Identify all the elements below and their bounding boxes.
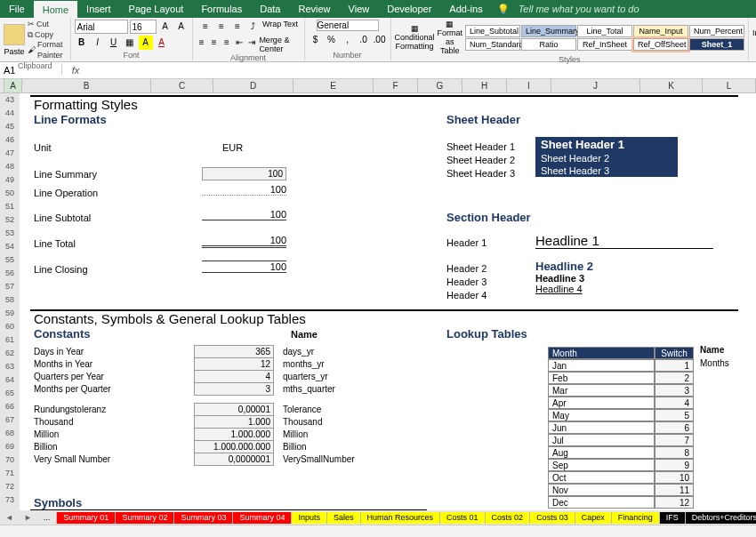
- format-painter-button[interactable]: 🖌Format Painter: [28, 40, 67, 60]
- fx-icon[interactable]: fx: [62, 65, 89, 76]
- row-header[interactable]: 61: [0, 333, 20, 347]
- tab-nav-next[interactable]: ►: [19, 513, 37, 522]
- style-item[interactable]: Num_Percent: [689, 25, 744, 37]
- tab-file[interactable]: File: [0, 0, 34, 18]
- align-right-button[interactable]: ≡: [221, 36, 232, 50]
- sheet-tab[interactable]: Debtors+Creditors: [686, 512, 756, 524]
- inc-decimal-button[interactable]: .0: [357, 33, 371, 47]
- style-item[interactable]: Num_Standard: [465, 38, 520, 51]
- merge-center-button[interactable]: Merge & Center: [259, 36, 300, 53]
- column-header[interactable]: K: [640, 79, 703, 92]
- sheet-tab[interactable]: Costs 01: [440, 512, 486, 524]
- column-header[interactable]: A: [4, 79, 22, 92]
- sheet-tab[interactable]: ...: [37, 512, 58, 524]
- row-header[interactable]: 66: [0, 400, 20, 413]
- dec-decimal-button[interactable]: .00: [373, 33, 387, 47]
- column-header[interactable]: C: [151, 79, 213, 92]
- tab-home[interactable]: Home: [34, 0, 77, 18]
- percent-button[interactable]: %: [325, 33, 339, 47]
- font-name-select[interactable]: [75, 20, 128, 34]
- style-item[interactable]: Sheet_1: [689, 38, 744, 51]
- sheet-tab[interactable]: Costs 03: [530, 512, 575, 524]
- row-header[interactable]: 52: [0, 213, 20, 227]
- column-header[interactable]: L: [703, 79, 756, 92]
- sheet-tab[interactable]: Summary 04: [233, 512, 292, 524]
- style-item[interactable]: Ratio: [521, 38, 576, 51]
- row-header[interactable]: 69: [0, 440, 20, 453]
- name-box[interactable]: A1: [0, 65, 62, 76]
- align-left-button[interactable]: ≡: [197, 36, 207, 50]
- tab-view[interactable]: View: [340, 0, 379, 18]
- row-header[interactable]: 49: [0, 173, 20, 187]
- underline-button[interactable]: U: [107, 36, 121, 50]
- wrap-text-button[interactable]: Wrap Text: [262, 20, 298, 34]
- tab-insert[interactable]: Insert: [77, 0, 120, 18]
- row-header[interactable]: 63: [0, 360, 20, 373]
- row-header[interactable]: 68: [0, 427, 20, 440]
- cell-styles-gallery[interactable]: Line_Subtotal Line_Summary Line_Total Na…: [465, 25, 744, 51]
- style-item[interactable]: Ref_OffSheet: [633, 38, 688, 51]
- column-header[interactable]: G: [418, 79, 462, 92]
- fill-color-button[interactable]: A: [139, 36, 153, 50]
- decrease-font-button[interactable]: A: [174, 20, 189, 34]
- row-header[interactable]: 54: [0, 240, 20, 253]
- row-header[interactable]: 58: [0, 293, 20, 307]
- sheet-tab[interactable]: IFS: [660, 512, 686, 524]
- align-bot-button[interactable]: ≡: [230, 20, 245, 34]
- sheet-tab[interactable]: Sales: [327, 512, 361, 524]
- column-header[interactable]: I: [507, 79, 551, 92]
- row-header[interactable]: 44: [0, 107, 20, 120]
- row-header[interactable]: 62: [0, 347, 20, 360]
- row-header[interactable]: 60: [0, 320, 20, 333]
- tab-nav-prev[interactable]: ◄: [0, 513, 19, 522]
- sheet-tab[interactable]: Summary 02: [116, 512, 174, 524]
- row-header[interactable]: 45: [0, 120, 20, 133]
- row-header[interactable]: 64: [0, 373, 20, 387]
- sheet-tab[interactable]: Human Resources: [361, 512, 441, 524]
- row-header[interactable]: 71: [0, 467, 20, 480]
- tab-developer[interactable]: Developer: [378, 0, 440, 18]
- row-header[interactable]: 72: [0, 480, 20, 493]
- format-as-table-button[interactable]: ▦Format as Table: [438, 20, 463, 55]
- column-header[interactable]: E: [294, 79, 374, 92]
- style-item[interactable]: Ref_InSheet: [577, 38, 632, 51]
- row-header[interactable]: 73: [0, 493, 20, 507]
- sheet-tab[interactable]: Capex: [575, 512, 612, 524]
- bold-button[interactable]: B: [75, 36, 89, 50]
- column-header[interactable]: B: [22, 79, 151, 92]
- align-mid-button[interactable]: ≡: [214, 20, 229, 34]
- tell-me-search[interactable]: Tell me what you want to do: [519, 4, 639, 14]
- sheet-tab[interactable]: Costs 02: [486, 512, 531, 524]
- comma-button[interactable]: ,: [341, 33, 355, 47]
- row-header[interactable]: 43: [0, 93, 20, 107]
- sheet-tab[interactable]: Inputs: [292, 512, 327, 524]
- row-header[interactable]: 56: [0, 267, 20, 280]
- indent-inc-button[interactable]: ⇥: [246, 36, 257, 50]
- indent-dec-button[interactable]: ⇤: [234, 36, 245, 50]
- align-center-button[interactable]: ≡: [209, 36, 220, 50]
- orientation-button[interactable]: ⤴: [246, 20, 261, 34]
- row-header[interactable]: 46: [0, 133, 20, 147]
- italic-button[interactable]: I: [91, 36, 105, 50]
- style-item[interactable]: Name_Input: [633, 25, 688, 37]
- column-header[interactable]: J: [551, 79, 640, 92]
- row-header[interactable]: 48: [0, 160, 20, 173]
- paste-button[interactable]: Paste: [4, 24, 25, 56]
- cut-button[interactable]: ✂Cut: [28, 20, 67, 30]
- borders-button[interactable]: ▦: [123, 36, 137, 50]
- font-size-select[interactable]: [130, 20, 157, 34]
- tab-addins[interactable]: Add-ins: [440, 0, 491, 18]
- tab-formulas[interactable]: Formulas: [192, 0, 251, 18]
- row-header[interactable]: 55: [0, 253, 20, 267]
- currency-button[interactable]: $: [309, 33, 323, 47]
- worksheet-grid[interactable]: Formatting Styles Line Formats Sheet Hea…: [20, 93, 756, 511]
- sheet-tab[interactable]: Financing: [612, 512, 660, 524]
- row-header[interactable]: 47: [0, 147, 20, 160]
- style-item[interactable]: Line_Summary: [521, 25, 576, 37]
- insert-button[interactable]: ▦Insert: [752, 20, 756, 37]
- copy-button[interactable]: ⧉Copy: [28, 30, 67, 41]
- column-header[interactable]: D: [213, 79, 294, 92]
- font-color-button[interactable]: A: [155, 36, 169, 50]
- align-top-button[interactable]: ≡: [198, 20, 213, 34]
- tab-pagelayout[interactable]: Page Layout: [120, 0, 193, 18]
